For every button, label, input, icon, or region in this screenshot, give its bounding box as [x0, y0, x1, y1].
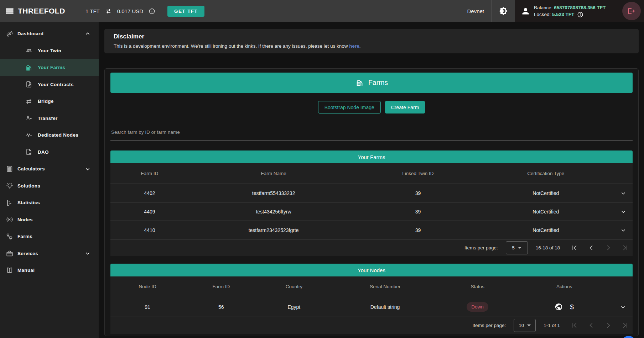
- cell-farm-id: 56: [185, 304, 258, 310]
- get-tft-button[interactable]: GET TFT: [167, 6, 204, 17]
- globe-icon[interactable]: [555, 303, 563, 311]
- select-caret-icon: [527, 324, 531, 326]
- prev-page-button[interactable]: [587, 321, 596, 329]
- sidebar-item-your-twin[interactable]: Your Twin: [0, 42, 99, 59]
- bootstrap-node-image-button[interactable]: Bootstrap Node Image: [318, 101, 381, 113]
- sidebar-item-label: Your Farms: [38, 65, 65, 70]
- chevron-up-icon: [84, 31, 91, 37]
- expand-row-chevron-icon[interactable]: [614, 190, 633, 196]
- theme-toggle-button[interactable]: [492, 0, 515, 22]
- sidebar-item-farms[interactable]: Farms: [0, 228, 99, 245]
- dollar-icon[interactable]: $: [570, 303, 574, 311]
- create-farm-button[interactable]: Create Farm: [385, 101, 425, 113]
- expand-row-chevron-icon[interactable]: [613, 304, 633, 310]
- cell-twin-id: 39: [358, 190, 477, 196]
- sidebar-item-bridge[interactable]: Bridge: [0, 93, 99, 110]
- last-page-button[interactable]: [621, 244, 629, 252]
- silo-icon: [355, 78, 364, 87]
- col-header-actions: Actions: [515, 284, 613, 289]
- resistor-wave-icon: [25, 131, 33, 139]
- logout-button[interactable]: [622, 2, 641, 20]
- threefold-logo[interactable]: THREEFOLD: [0, 6, 85, 16]
- cell-status: Down: [440, 302, 515, 312]
- file-edit-icon: [25, 80, 33, 88]
- sidebar-item-solutions[interactable]: Solutions: [0, 178, 99, 195]
- sidebar-item-nodes[interactable]: Nodes: [0, 211, 99, 228]
- sidebar-item-your-farms[interactable]: Your Farms: [0, 59, 99, 76]
- brightness-icon: [499, 7, 508, 15]
- next-page-button[interactable]: [604, 321, 612, 329]
- farm-actions-row: Bootstrap Node Image Create Farm: [110, 101, 633, 113]
- col-header-node-id: Node ID: [110, 284, 185, 289]
- col-header-farm-name: Farm Name: [189, 171, 358, 176]
- items-per-page-select[interactable]: 5: [506, 241, 528, 254]
- chevron-down-icon: [84, 166, 91, 172]
- prev-page-button[interactable]: [587, 244, 596, 252]
- col-header-farm-id: Farm ID: [185, 284, 258, 289]
- your-nodes-title-bar: Your Nodes: [110, 264, 633, 276]
- cell-farm-id: 4402: [110, 190, 189, 196]
- expand-row-chevron-icon[interactable]: [614, 208, 633, 215]
- farm-search-block: [110, 122, 633, 141]
- open-book-icon: [6, 266, 14, 274]
- tft-price: 1 TFT 0.017 USD: [85, 8, 155, 15]
- price-info-icon[interactable]: [149, 8, 155, 15]
- farm-search-input[interactable]: [110, 122, 633, 141]
- balance-label: Balance:: [534, 5, 553, 10]
- sidebar-item-label: Statistics: [17, 200, 40, 205]
- first-page-button[interactable]: [571, 244, 579, 252]
- sidebar-item-manual[interactable]: Manual: [0, 262, 99, 279]
- sidebar-item-label: Nodes: [17, 217, 33, 222]
- lightbulb-icon: [6, 182, 14, 190]
- table-row[interactable]: 4402 testfarm554333232 39 NotCertified: [110, 184, 633, 202]
- balance-value: 658707808788.356 TFT: [554, 5, 606, 10]
- chevron-down-icon: [84, 250, 91, 257]
- hamburger-menu-icon[interactable]: [5, 6, 14, 16]
- cell-cert-type: NotCertified: [478, 209, 614, 215]
- sidebar: Dashboard Your Twin Your Farms: [0, 22, 99, 338]
- items-per-page-label: Items per page:: [464, 245, 498, 250]
- logo-text: THREEFOLD: [18, 7, 65, 15]
- locked-info-icon[interactable]: [577, 11, 583, 18]
- silo-icon: [25, 64, 33, 72]
- usd-amount: 0.017 USD: [117, 8, 143, 14]
- page-range: 1-1 of 1: [544, 323, 560, 328]
- sidebar-item-statistics[interactable]: Statistics: [0, 194, 99, 211]
- first-page-button[interactable]: [571, 321, 579, 329]
- logout-icon: [628, 7, 635, 15]
- sidebar-item-transfer[interactable]: Transfer: [0, 110, 99, 127]
- disclaimer-here-link[interactable]: here.: [349, 43, 360, 49]
- sidebar-item-dao[interactable]: DAO: [0, 144, 99, 161]
- sidebar-item-label: Transfer: [38, 116, 58, 121]
- cell-twin-id: 39: [358, 209, 477, 215]
- dashboard-gauge-icon: [6, 30, 14, 38]
- table-row[interactable]: 4409 test434256ftyrw 39 NotCertified: [110, 202, 633, 221]
- balance-info: Balance: 658707808788.356 TFT Locked: 5.…: [534, 4, 606, 18]
- next-page-button[interactable]: [604, 244, 612, 252]
- nodes-table-header: Node ID Farm ID Country Serial Number St…: [110, 276, 633, 297]
- sidebar-item-dedicated-nodes[interactable]: Dedicated Nodes: [0, 127, 99, 144]
- account-arrow-icon: [25, 114, 33, 122]
- sidebar-item-dashboard[interactable]: Dashboard: [0, 25, 99, 42]
- locked-value: 5.523 TFT: [552, 12, 574, 17]
- farms-pagination: Items per page: 5 16-18 of 18: [110, 239, 633, 256]
- sidebar-item-your-contracts[interactable]: Your Contracts: [0, 76, 99, 93]
- farms-table-header: Farm ID Farm Name Linked Twin ID Certifi…: [110, 163, 633, 184]
- disclaimer-card: Disclaimer This is a development environ…: [104, 29, 639, 53]
- calculator-icon: [6, 165, 14, 173]
- col-header-country: Country: [258, 284, 330, 289]
- sidebar-item-services[interactable]: Services: [0, 245, 99, 262]
- sidebar-item-calculators[interactable]: Calculators: [0, 160, 99, 178]
- sidebar-item-label: Your Twin: [38, 48, 61, 53]
- last-page-button[interactable]: [621, 321, 629, 329]
- swap-arrows-icon: [105, 8, 112, 15]
- sidebar-item-label: Farms: [17, 234, 32, 239]
- table-row[interactable]: 4410 testfarm23432523fgrte 39 NotCertifi…: [110, 221, 633, 239]
- expand-row-chevron-icon[interactable]: [614, 227, 633, 233]
- items-per-page-select[interactable]: 10: [514, 319, 536, 332]
- sidebar-item-label: Bridge: [38, 99, 54, 104]
- network-name[interactable]: Devnet: [467, 8, 484, 14]
- sidebar-item-label: Dedicated Nodes: [38, 132, 78, 138]
- table-row[interactable]: 91 56 Egypt Default string Down $: [110, 297, 633, 317]
- status-badge: Down: [467, 302, 488, 312]
